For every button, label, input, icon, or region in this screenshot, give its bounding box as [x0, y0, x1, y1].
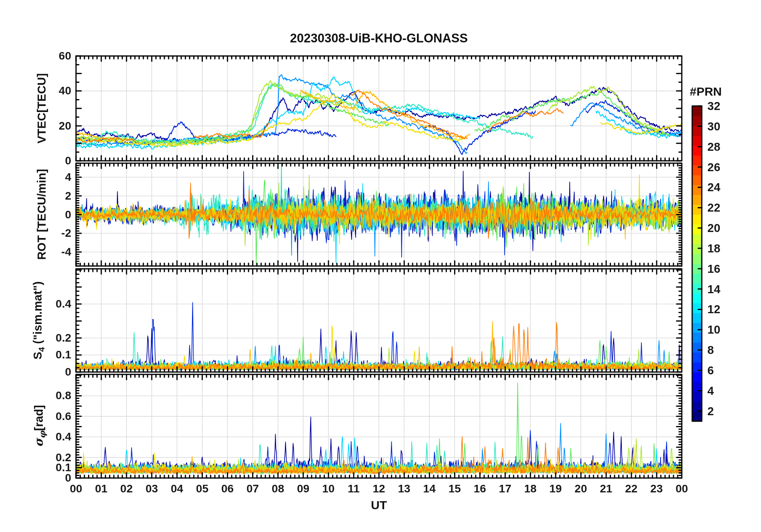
- x-tick-label: 23: [650, 483, 663, 494]
- y-tick-label: 0.1: [56, 349, 71, 360]
- y-tick-label: 0: [65, 472, 71, 484]
- x-tick-label: 15: [449, 483, 461, 494]
- x-tick-label: 05: [196, 483, 208, 494]
- y-tick-label: 0.4: [56, 431, 71, 442]
- y-tick-label: 0.2: [56, 452, 71, 463]
- x-tick-label: 08: [272, 483, 284, 494]
- s4-axis-label-sub: 4: [37, 347, 46, 352]
- chart-title: 20230308-UiB-KHO-GLONASS: [290, 31, 468, 46]
- x-axis-label: UT: [371, 498, 387, 512]
- x-tick-label: 16: [474, 483, 486, 494]
- sigma-phi-axis-label: σφ[rad]: [32, 405, 48, 447]
- colorbar-tick-label: 26: [707, 161, 720, 173]
- x-tick-label: 21: [600, 483, 612, 494]
- x-tick-label: 02: [120, 483, 133, 494]
- x-tick-label: 17: [499, 483, 511, 494]
- y-tick-label: 20: [59, 120, 71, 132]
- sigma-axis-label-main: σ: [32, 438, 46, 447]
- x-tick-label: 04: [171, 483, 183, 494]
- colorbar-tick-label: 8: [707, 344, 714, 356]
- x-tick-label: 18: [524, 483, 537, 494]
- y-tick-label: 0.6: [56, 411, 71, 422]
- x-tick-label: 06: [221, 483, 234, 494]
- x-tick-label: 00: [675, 483, 688, 494]
- x-tick-label: 10: [322, 483, 334, 494]
- y-tick-label: 0: [65, 155, 71, 166]
- y-tick-label: 40: [59, 85, 71, 96]
- colorbar-tick-label: 28: [707, 141, 720, 152]
- s4-axis-label-main: S: [31, 352, 44, 359]
- x-tick-label: 01: [95, 483, 108, 494]
- colorbar-tick-label: 14: [707, 283, 720, 295]
- colorbar-tick-label: 30: [707, 120, 720, 132]
- x-tick-label: 12: [372, 483, 385, 494]
- colorbar-tick-label: 6: [707, 364, 714, 376]
- x-tick-label: 14: [423, 483, 436, 494]
- colorbar-tick-label: 10: [707, 324, 720, 336]
- y-tick-label: 0: [65, 366, 71, 378]
- x-tick-label: 22: [625, 483, 637, 494]
- colorbar-tick-label: 18: [707, 242, 720, 254]
- colorbar-title: #PRN: [690, 85, 722, 98]
- x-tick-label: 00: [70, 483, 82, 494]
- y-tick-label: -2: [61, 228, 71, 239]
- y-tick-label: 0.2: [56, 332, 71, 344]
- colorbar-tick-label: 32: [707, 100, 720, 112]
- y-tick-label: 0: [65, 209, 71, 220]
- x-tick-label: 13: [398, 483, 411, 494]
- glonass-scintillation-figure: 20230308-UiB-KHO-GLONASS VTEC[TECU] ROT …: [0, 0, 761, 532]
- x-tick-label: 19: [549, 483, 562, 494]
- y-tick-label: 0.1: [56, 462, 71, 473]
- vtec-axis-label: VTEC[TECU]: [35, 73, 48, 144]
- x-tick-label: 09: [297, 483, 309, 494]
- colorbar-tick-label: 12: [707, 304, 720, 315]
- x-tick-label: 03: [146, 483, 158, 494]
- colorbar-tick-label: 4: [707, 385, 714, 396]
- x-tick-label: 11: [348, 483, 360, 494]
- colorbar-tick-label: 24: [707, 182, 720, 193]
- sigma-axis-label-sub: φ: [37, 431, 47, 438]
- colorbar-tick-label: 22: [707, 202, 720, 214]
- rot-axis-label: ROT [TECU/min]: [35, 169, 48, 260]
- y-tick-label: 4: [65, 172, 71, 183]
- colorbar-tick-label: 2: [707, 405, 714, 417]
- sigma-axis-label-rest: [rad]: [32, 405, 45, 431]
- colorbar-tick-label: 20: [707, 222, 720, 234]
- y-tick-label: 2: [65, 190, 71, 202]
- x-tick-label: 07: [246, 483, 259, 494]
- s4-axis-label: S4 ("ism.mat"): [31, 281, 46, 360]
- chart-canvas: [0, 0, 761, 532]
- y-tick-label: -4: [61, 246, 71, 258]
- x-tick-label: 20: [575, 483, 587, 494]
- y-tick-label: 0.4: [56, 298, 71, 310]
- colorbar-tick-label: 16: [707, 263, 720, 274]
- y-tick-label: 60: [59, 50, 71, 62]
- s4-axis-label-rest: ("ism.mat"): [31, 281, 44, 347]
- y-tick-label: 0.8: [56, 390, 71, 401]
